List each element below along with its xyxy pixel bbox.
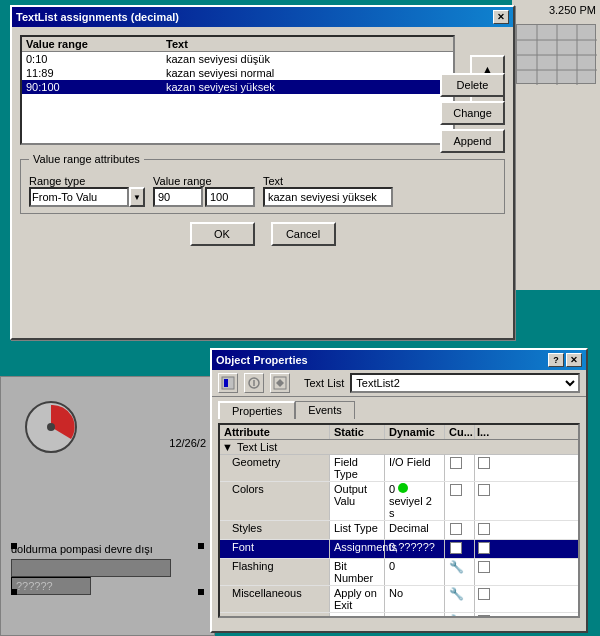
textlist-title: TextList assignments (decimal) <box>16 11 179 23</box>
dynamic-colors: 0 seviyel 2 s <box>385 482 445 520</box>
textlist-dialog: TextList assignments (decimal) ✕ Value r… <box>10 5 515 340</box>
tabs: Properties Events <box>212 401 586 419</box>
attr-flashing: Flashing <box>220 559 330 585</box>
date-label: 12/26/2 <box>169 437 206 449</box>
attr-output: Output/Inp <box>220 613 330 618</box>
dynamic-styles: Decimal <box>385 521 445 539</box>
attr-geometry-label: Geometry <box>232 456 280 468</box>
col-static-header: Static <box>330 425 385 439</box>
static-misc: Apply on Exit <box>330 586 385 612</box>
attributes-section: Value range attributes Range type ▼ Valu… <box>20 153 505 214</box>
checkbox-misc-i[interactable] <box>478 588 490 600</box>
dynamic-output: 3 <box>385 613 445 618</box>
text-input[interactable] <box>263 187 393 207</box>
checkbox-geometry-i[interactable] <box>478 457 490 469</box>
attr-output-label: Output/Inp <box>232 614 283 618</box>
question-text: ?????? <box>16 580 53 592</box>
objprop-controls: ? ✕ <box>548 353 582 367</box>
props-row-font[interactable]: Font Assignments 0,?????? <box>220 540 578 559</box>
col-attr-header: Attribute <box>220 425 330 439</box>
cu-colors <box>445 482 475 520</box>
table-row-selected[interactable]: 90:100 kazan seviyesi yüksek <box>22 80 453 94</box>
checkbox-colors-cu[interactable] <box>450 484 462 496</box>
resize-br <box>198 589 204 595</box>
checkbox-font-i[interactable] <box>478 542 490 554</box>
props-row-styles: Styles List Type Decimal <box>220 521 578 540</box>
text-field-label: Text <box>263 175 393 187</box>
tab-events[interactable]: Events <box>295 401 355 419</box>
cu-output: 🔧 <box>445 613 475 618</box>
row1-range: 0:10 <box>26 53 166 65</box>
props-section-textlist: ▼ Text List <box>220 440 578 455</box>
attr-flashing-label: Flashing <box>232 560 274 572</box>
help-button[interactable]: ? <box>548 353 564 367</box>
wrench-output[interactable]: 🔧 <box>449 614 464 618</box>
value-range-inputs <box>153 187 255 207</box>
change-button[interactable]: Change <box>440 101 505 125</box>
props-container: Attribute Static Dynamic Cu... I... ▼ Te… <box>218 423 580 618</box>
wrench-misc[interactable]: 🔧 <box>449 587 464 601</box>
table-row[interactable]: 0:10 kazan seviyesi düşük <box>22 52 453 66</box>
checkbox-font-cu[interactable] <box>450 542 462 554</box>
wrench-flashing[interactable]: 🔧 <box>449 560 464 574</box>
objprop-title: Object Properties <box>216 354 308 366</box>
range-to-input[interactable] <box>205 187 255 207</box>
static-styles: List Type <box>330 521 385 539</box>
cancel-button[interactable]: Cancel <box>271 222 336 246</box>
toolbar-icon-2[interactable] <box>244 373 264 393</box>
toolbar-icon-1[interactable] <box>218 373 238 393</box>
i-misc <box>475 586 495 612</box>
checkbox-colors-i[interactable] <box>478 484 490 496</box>
dynamic-colors-extra: seviyel 2 s <box>389 495 432 519</box>
objprop-toolbar: Text List TextList2 <box>212 370 586 397</box>
close-objprop-button[interactable]: ✕ <box>566 353 582 367</box>
dynamic-colors-val: 0 <box>389 483 395 495</box>
props-row-misc: Miscellaneous Apply on Exit No 🔧 <box>220 586 578 613</box>
checkbox-styles-i[interactable] <box>478 523 490 535</box>
textlist-body: Value range Text 0:10 kazan seviyesi düş… <box>12 27 513 338</box>
table-wrapper: Value range Text 0:10 kazan seviyesi düş… <box>20 35 455 145</box>
delete-button[interactable]: Delete <box>440 73 505 97</box>
close-button[interactable]: ✕ <box>493 10 509 24</box>
col-cu-header: Cu... <box>445 425 475 439</box>
dynamic-geometry: I/O Field <box>385 455 445 481</box>
toolbar-icon-3[interactable] <box>270 373 290 393</box>
tab-properties[interactable]: Properties <box>218 401 295 419</box>
circle-gauge <box>21 397 81 457</box>
row2-range: 11:89 <box>26 67 166 79</box>
props-row-geometry: Geometry Field Type I/O Field <box>220 455 578 482</box>
section-label: Text List <box>237 441 277 453</box>
range-type-dropdown[interactable]: ▼ <box>129 187 145 207</box>
pump-bar <box>11 559 171 577</box>
desktop: 3.250 PM 12/26/2 doldurma pom <box>0 0 600 636</box>
type-select[interactable]: TextList2 <box>350 373 580 393</box>
static-geometry: Field Type <box>330 455 385 481</box>
checkbox-flashing-i[interactable] <box>478 561 490 573</box>
time-display: 3.250 PM <box>512 0 600 20</box>
i-styles <box>475 521 495 539</box>
range-type-select[interactable] <box>29 187 129 207</box>
static-font: Assignments <box>330 540 385 558</box>
append-button[interactable]: Append <box>440 129 505 153</box>
checkbox-output-i[interactable] <box>478 615 490 618</box>
resize-bl <box>11 589 17 595</box>
ok-button[interactable]: OK <box>190 222 255 246</box>
checkbox-styles-cu[interactable] <box>450 523 462 535</box>
range-from-input[interactable] <box>153 187 203 207</box>
svg-point-7 <box>47 423 55 431</box>
objprop-titlebar: Object Properties ? ✕ <box>212 350 586 370</box>
plant-display: 12/26/2 doldurma pompasi devre dışı ????… <box>0 376 215 636</box>
attributes-row: Range type ▼ Value range <box>29 175 496 207</box>
titlebar-controls: ✕ <box>493 10 509 24</box>
textlist-titlebar: TextList assignments (decimal) ✕ <box>12 7 513 27</box>
props-row-flashing: Flashing Bit Number 0 🔧 <box>220 559 578 586</box>
attr-font-label: Font <box>232 541 254 553</box>
cu-flashing: 🔧 <box>445 559 475 585</box>
static-output: Number of visi <box>330 613 385 618</box>
checkbox-geometry-cu[interactable] <box>450 457 462 469</box>
section-expand[interactable]: ▼ <box>222 441 233 453</box>
i-colors <box>475 482 495 520</box>
question-bar: ?????? <box>11 577 91 595</box>
table-row[interactable]: 11:89 kazan seviyesi normal <box>22 66 453 80</box>
value-range-label: Value range <box>153 175 255 207</box>
